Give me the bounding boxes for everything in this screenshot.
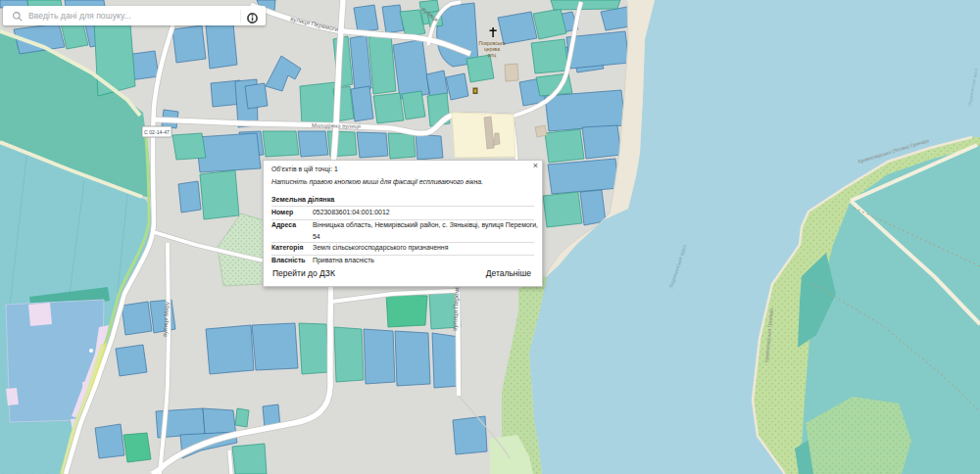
svg-text:С 02-14-47: С 02-14-47	[144, 129, 170, 135]
svg-text:Молодіжна вулиця: Молодіжна вулиця	[312, 122, 361, 129]
svg-text:рпц: рпц	[488, 52, 496, 58]
